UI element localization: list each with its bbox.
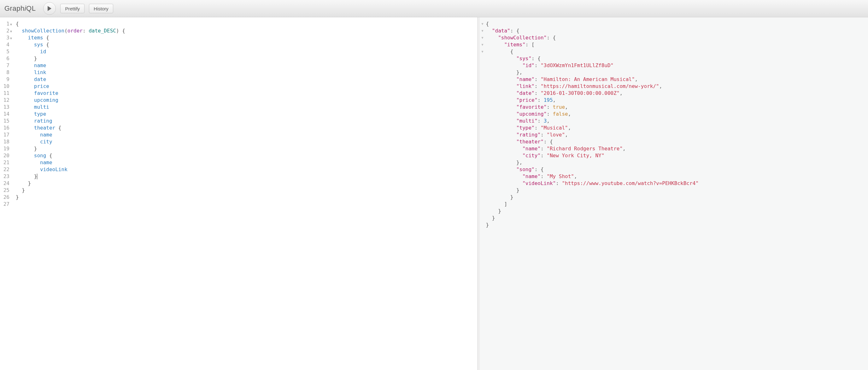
query-line[interactable]: } <box>16 55 474 62</box>
result-line: "theater": { <box>486 138 865 145</box>
result-line: "price": 195, <box>486 97 865 104</box>
result-fold-marker <box>480 62 484 69</box>
line-number: 23 <box>0 173 12 180</box>
query-line[interactable]: type <box>16 111 474 117</box>
result-fold-marker <box>480 180 484 187</box>
execute-button[interactable] <box>43 2 56 15</box>
query-line[interactable]: sys { <box>16 41 474 48</box>
query-line[interactable]: song { <box>16 152 474 159</box>
query-line[interactable]: date <box>16 76 474 83</box>
line-number: 1▼ <box>0 21 12 27</box>
line-number: 24 <box>0 180 12 187</box>
result-fold-marker <box>480 97 484 104</box>
query-line[interactable]: link <box>16 69 474 76</box>
query-editor[interactable]: { showCollection(order: date_DESC) { ite… <box>14 17 477 370</box>
query-line[interactable]: } <box>16 180 474 187</box>
result-fold-marker: ▼ <box>480 27 484 34</box>
result-fold-gutter: ▼▼▼▼▼ <box>480 17 484 370</box>
result-line: } <box>486 214 865 222</box>
query-line[interactable]: } <box>16 194 474 201</box>
result-line: "name": "My Shot", <box>486 173 865 180</box>
line-number: 12 <box>0 97 12 104</box>
result-line: "name": "Richard Rodgers Theatre", <box>486 145 865 152</box>
line-number: 16 <box>0 125 12 131</box>
result-fold-marker <box>480 90 484 97</box>
query-line[interactable]: name <box>16 62 474 69</box>
result-fold-marker <box>480 208 484 214</box>
result-line: } <box>486 208 865 214</box>
line-number: 20 <box>0 152 12 159</box>
prettify-button[interactable]: Prettify <box>60 4 85 13</box>
query-line-gutter: 1▼2▼3▼4567891011121314151617181920212223… <box>0 17 14 370</box>
query-line[interactable]: favorite <box>16 90 474 97</box>
result-line: "data": { <box>486 27 865 34</box>
result-line: } <box>486 222 865 229</box>
result-line: "favorite": true, <box>486 104 865 111</box>
result-fold-marker <box>480 55 484 62</box>
result-fold-marker <box>480 131 484 138</box>
query-line[interactable]: } <box>16 187 474 194</box>
result-line: { <box>486 21 865 27</box>
query-line[interactable]: id <box>16 48 474 55</box>
line-number: 13 <box>0 104 12 111</box>
query-line[interactable]: name <box>16 159 474 166</box>
result-line: } <box>486 187 865 194</box>
result-viewer: { "data": { "showCollection": { "items":… <box>484 17 868 370</box>
result-line: "videoLink": "https://www.youtube.com/wa… <box>486 180 865 187</box>
result-fold-marker: ▼ <box>480 48 484 55</box>
query-line[interactable]: city <box>16 138 474 145</box>
line-number: 26 <box>0 194 12 201</box>
query-editor-pane: 1▼2▼3▼4567891011121314151617181920212223… <box>0 17 477 370</box>
result-line: "link": "https://hamiltonmusical.com/new… <box>486 83 865 90</box>
line-number: 6 <box>0 55 12 62</box>
result-fold-marker <box>480 222 484 229</box>
result-line: "name": "Hamilton: An American Musical", <box>486 76 865 83</box>
result-fold-marker <box>480 166 484 173</box>
line-number: 17 <box>0 131 12 138</box>
query-line[interactable]: { <box>16 21 474 27</box>
history-button[interactable]: History <box>89 4 113 13</box>
result-fold-marker <box>480 125 484 131</box>
line-number: 18 <box>0 138 12 145</box>
query-line[interactable]: price <box>16 83 474 90</box>
line-number: 8 <box>0 69 12 76</box>
query-line[interactable]: theater { <box>16 125 474 131</box>
result-line: "upcoming": false, <box>486 111 865 117</box>
query-line[interactable]: } <box>16 145 474 152</box>
result-fold-marker <box>480 117 484 125</box>
line-number: 3▼ <box>0 34 12 41</box>
result-line: "type": "Musical", <box>486 125 865 131</box>
query-line[interactable]: items { <box>16 34 474 41</box>
result-fold-marker <box>480 69 484 76</box>
query-line[interactable]: upcoming <box>16 97 474 104</box>
query-line[interactable]: showCollection(order: date_DESC) { <box>16 27 474 34</box>
result-line: "multi": 3, <box>486 117 865 125</box>
line-number: 15 <box>0 117 12 125</box>
result-fold-marker <box>480 187 484 194</box>
result-fold-marker <box>480 159 484 166</box>
result-fold-marker <box>480 138 484 145</box>
query-line[interactable]: } <box>16 173 474 180</box>
line-number: 21 <box>0 159 12 166</box>
result-line: }, <box>486 69 865 76</box>
line-number: 14 <box>0 111 12 117</box>
query-line[interactable]: multi <box>16 104 474 111</box>
result-fold-marker: ▼ <box>480 21 484 27</box>
line-number: 25 <box>0 187 12 194</box>
line-number: 22 <box>0 166 12 173</box>
result-fold-marker <box>480 214 484 222</box>
result-line: }, <box>486 159 865 166</box>
result-line: ] <box>486 201 865 208</box>
result-fold-marker <box>480 104 484 111</box>
result-fold-marker <box>480 152 484 159</box>
query-line[interactable]: rating <box>16 117 474 125</box>
result-fold-marker <box>480 201 484 208</box>
query-line[interactable]: videoLink <box>16 166 474 173</box>
play-icon <box>47 6 52 11</box>
line-number: 10 <box>0 83 12 90</box>
query-line[interactable]: name <box>16 131 474 138</box>
result-fold-marker <box>480 83 484 90</box>
main-area: 1▼2▼3▼4567891011121314151617181920212223… <box>0 17 868 370</box>
result-fold-marker <box>480 173 484 180</box>
graphiql-logo: GraphiQL <box>4 4 36 12</box>
